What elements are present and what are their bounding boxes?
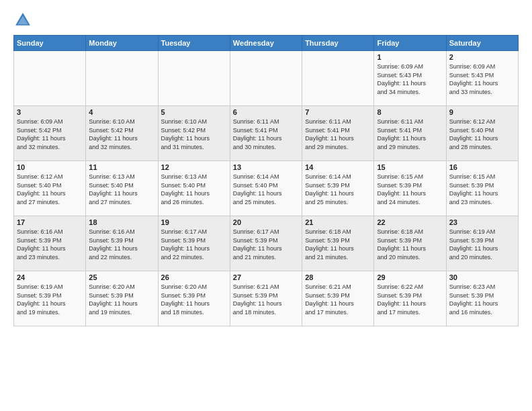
day-info: Sunrise: 6:19 AM Sunset: 5:39 PM Dayligh… xyxy=(449,228,515,261)
day-number: 6 xyxy=(233,108,299,116)
calendar-cell: 11Sunrise: 6:13 AM Sunset: 5:40 PM Dayli… xyxy=(86,161,158,216)
day-number: 12 xyxy=(161,163,227,171)
day-info: Sunrise: 6:14 AM Sunset: 5:40 PM Dayligh… xyxy=(233,173,299,206)
day-info: Sunrise: 6:10 AM Sunset: 5:42 PM Dayligh… xyxy=(89,118,154,151)
calendar-cell: 1Sunrise: 6:09 AM Sunset: 5:43 PM Daylig… xyxy=(374,51,446,106)
day-number: 29 xyxy=(377,273,443,281)
calendar-cell: 12Sunrise: 6:13 AM Sunset: 5:40 PM Dayli… xyxy=(158,161,230,216)
day-number: 8 xyxy=(377,108,443,116)
calendar-cell xyxy=(86,51,158,106)
day-info: Sunrise: 6:20 AM Sunset: 5:39 PM Dayligh… xyxy=(161,283,227,316)
calendar-cell: 27Sunrise: 6:21 AM Sunset: 5:39 PM Dayli… xyxy=(230,271,302,326)
weekday-header: Saturday xyxy=(446,36,518,51)
day-number: 22 xyxy=(377,218,443,226)
day-number: 23 xyxy=(449,218,515,226)
day-info: Sunrise: 6:11 AM Sunset: 5:41 PM Dayligh… xyxy=(233,118,299,151)
calendar-week-row: 10Sunrise: 6:12 AM Sunset: 5:40 PM Dayli… xyxy=(14,161,519,216)
day-number: 7 xyxy=(305,108,371,116)
day-info: Sunrise: 6:19 AM Sunset: 5:39 PM Dayligh… xyxy=(17,283,83,316)
day-info: Sunrise: 6:17 AM Sunset: 5:39 PM Dayligh… xyxy=(161,228,227,261)
day-number: 13 xyxy=(233,163,299,171)
day-number: 1 xyxy=(377,53,443,61)
calendar-cell: 30Sunrise: 6:23 AM Sunset: 5:39 PM Dayli… xyxy=(446,271,518,326)
day-info: Sunrise: 6:10 AM Sunset: 5:42 PM Dayligh… xyxy=(161,118,227,151)
day-info: Sunrise: 6:22 AM Sunset: 5:39 PM Dayligh… xyxy=(377,283,443,316)
day-info: Sunrise: 6:13 AM Sunset: 5:40 PM Dayligh… xyxy=(89,173,154,206)
day-info: Sunrise: 6:16 AM Sunset: 5:39 PM Dayligh… xyxy=(17,228,83,261)
calendar-cell: 4Sunrise: 6:10 AM Sunset: 5:42 PM Daylig… xyxy=(86,106,158,161)
calendar-cell xyxy=(302,51,374,106)
calendar-cell: 17Sunrise: 6:16 AM Sunset: 5:39 PM Dayli… xyxy=(14,216,86,271)
calendar-cell: 18Sunrise: 6:16 AM Sunset: 5:39 PM Dayli… xyxy=(86,216,158,271)
calendar-cell: 20Sunrise: 6:17 AM Sunset: 5:39 PM Dayli… xyxy=(230,216,302,271)
calendar: SundayMondayTuesdayWednesdayThursdayFrid… xyxy=(13,35,519,326)
calendar-week-row: 24Sunrise: 6:19 AM Sunset: 5:39 PM Dayli… xyxy=(14,271,519,326)
calendar-cell: 5Sunrise: 6:10 AM Sunset: 5:42 PM Daylig… xyxy=(158,106,230,161)
calendar-cell: 2Sunrise: 6:09 AM Sunset: 5:43 PM Daylig… xyxy=(446,51,518,106)
weekday-header: Monday xyxy=(86,36,158,51)
weekday-header: Tuesday xyxy=(158,36,230,51)
day-number: 26 xyxy=(161,273,227,281)
day-info: Sunrise: 6:15 AM Sunset: 5:39 PM Dayligh… xyxy=(449,173,515,206)
calendar-cell: 7Sunrise: 6:11 AM Sunset: 5:41 PM Daylig… xyxy=(302,106,374,161)
calendar-cell: 13Sunrise: 6:14 AM Sunset: 5:40 PM Dayli… xyxy=(230,161,302,216)
day-number: 16 xyxy=(449,163,515,171)
day-info: Sunrise: 6:13 AM Sunset: 5:40 PM Dayligh… xyxy=(161,173,227,206)
calendar-cell: 9Sunrise: 6:12 AM Sunset: 5:40 PM Daylig… xyxy=(446,106,518,161)
day-info: Sunrise: 6:15 AM Sunset: 5:39 PM Dayligh… xyxy=(377,173,443,206)
day-info: Sunrise: 6:17 AM Sunset: 5:39 PM Dayligh… xyxy=(233,228,299,261)
day-info: Sunrise: 6:09 AM Sunset: 5:42 PM Dayligh… xyxy=(17,118,83,151)
calendar-cell: 23Sunrise: 6:19 AM Sunset: 5:39 PM Dayli… xyxy=(446,216,518,271)
day-info: Sunrise: 6:12 AM Sunset: 5:40 PM Dayligh… xyxy=(449,118,515,151)
calendar-cell: 10Sunrise: 6:12 AM Sunset: 5:40 PM Dayli… xyxy=(14,161,86,216)
day-number: 24 xyxy=(17,273,83,281)
day-info: Sunrise: 6:12 AM Sunset: 5:40 PM Dayligh… xyxy=(17,173,83,206)
day-number: 10 xyxy=(17,163,83,171)
day-number: 14 xyxy=(305,163,371,171)
calendar-week-row: 3Sunrise: 6:09 AM Sunset: 5:42 PM Daylig… xyxy=(14,106,519,161)
day-info: Sunrise: 6:18 AM Sunset: 5:39 PM Dayligh… xyxy=(305,228,371,261)
calendar-cell: 25Sunrise: 6:20 AM Sunset: 5:39 PM Dayli… xyxy=(86,271,158,326)
day-info: Sunrise: 6:14 AM Sunset: 5:39 PM Dayligh… xyxy=(305,173,371,206)
calendar-cell: 29Sunrise: 6:22 AM Sunset: 5:39 PM Dayli… xyxy=(374,271,446,326)
weekday-header-row: SundayMondayTuesdayWednesdayThursdayFrid… xyxy=(14,36,519,51)
calendar-cell: 22Sunrise: 6:18 AM Sunset: 5:39 PM Dayli… xyxy=(374,216,446,271)
day-number: 2 xyxy=(449,53,515,61)
calendar-cell: 19Sunrise: 6:17 AM Sunset: 5:39 PM Dayli… xyxy=(158,216,230,271)
logo xyxy=(13,11,35,30)
day-number: 25 xyxy=(89,273,154,281)
day-number: 19 xyxy=(161,218,227,226)
calendar-cell: 3Sunrise: 6:09 AM Sunset: 5:42 PM Daylig… xyxy=(14,106,86,161)
calendar-cell xyxy=(158,51,230,106)
day-info: Sunrise: 6:09 AM Sunset: 5:43 PM Dayligh… xyxy=(377,62,443,96)
day-info: Sunrise: 6:11 AM Sunset: 5:41 PM Dayligh… xyxy=(305,118,371,151)
day-info: Sunrise: 6:16 AM Sunset: 5:39 PM Dayligh… xyxy=(89,228,154,261)
day-number: 28 xyxy=(305,273,371,281)
logo-icon xyxy=(13,11,32,30)
day-number: 30 xyxy=(449,273,515,281)
calendar-cell: 26Sunrise: 6:20 AM Sunset: 5:39 PM Dayli… xyxy=(158,271,230,326)
day-info: Sunrise: 6:11 AM Sunset: 5:41 PM Dayligh… xyxy=(377,118,443,151)
calendar-body: 1Sunrise: 6:09 AM Sunset: 5:43 PM Daylig… xyxy=(14,51,519,326)
calendar-week-row: 1Sunrise: 6:09 AM Sunset: 5:43 PM Daylig… xyxy=(14,51,519,106)
calendar-cell: 6Sunrise: 6:11 AM Sunset: 5:41 PM Daylig… xyxy=(230,106,302,161)
page: SundayMondayTuesdayWednesdayThursdayFrid… xyxy=(0,0,532,411)
calendar-cell: 16Sunrise: 6:15 AM Sunset: 5:39 PM Dayli… xyxy=(446,161,518,216)
header xyxy=(13,11,519,30)
calendar-cell: 28Sunrise: 6:21 AM Sunset: 5:39 PM Dayli… xyxy=(302,271,374,326)
day-number: 5 xyxy=(161,108,227,116)
day-info: Sunrise: 6:23 AM Sunset: 5:39 PM Dayligh… xyxy=(449,283,515,316)
day-number: 17 xyxy=(17,218,83,226)
calendar-cell: 15Sunrise: 6:15 AM Sunset: 5:39 PM Dayli… xyxy=(374,161,446,216)
calendar-cell: 8Sunrise: 6:11 AM Sunset: 5:41 PM Daylig… xyxy=(374,106,446,161)
day-number: 11 xyxy=(89,163,154,171)
day-number: 20 xyxy=(233,218,299,226)
weekday-header: Friday xyxy=(374,36,446,51)
day-number: 21 xyxy=(305,218,371,226)
calendar-cell: 24Sunrise: 6:19 AM Sunset: 5:39 PM Dayli… xyxy=(14,271,86,326)
day-info: Sunrise: 6:18 AM Sunset: 5:39 PM Dayligh… xyxy=(377,228,443,261)
weekday-header: Thursday xyxy=(302,36,374,51)
day-number: 15 xyxy=(377,163,443,171)
calendar-cell xyxy=(14,51,86,106)
day-number: 18 xyxy=(89,218,154,226)
